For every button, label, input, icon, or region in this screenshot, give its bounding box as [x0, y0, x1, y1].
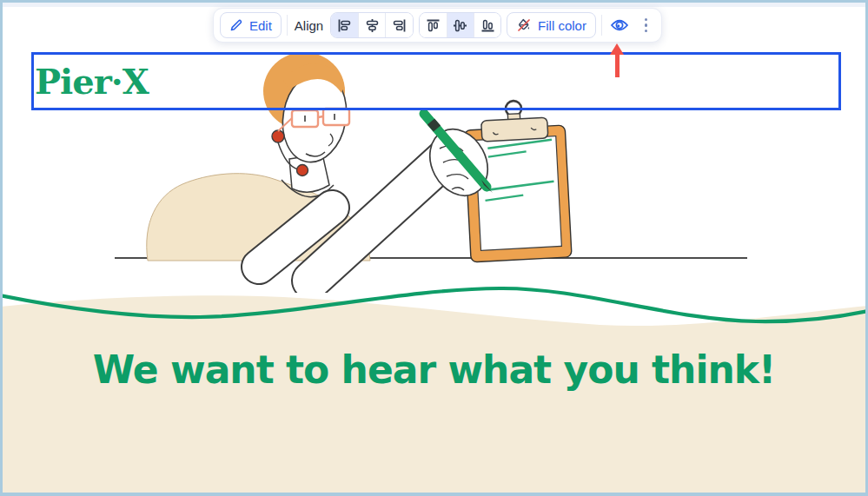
align-left-icon: [337, 18, 352, 33]
align-middle-vertical-icon: [453, 18, 467, 33]
kebab-menu-icon: [645, 18, 648, 33]
toolbar-divider: [287, 15, 288, 36]
more-options-button[interactable]: [637, 12, 655, 38]
align-center-horizontal-icon: [365, 18, 380, 33]
edit-button[interactable]: Edit: [220, 12, 282, 38]
canvas-top-margin: [3, 3, 865, 7]
vertical-align-group: [419, 12, 501, 38]
align-right-button[interactable]: [385, 13, 412, 37]
form-editor-canvas: Edit Align: [0, 0, 868, 496]
pointer-arrow-shaft: [615, 54, 620, 77]
no-fill-color-icon: [516, 17, 532, 33]
headline-text: We want to hear what you think!: [0, 347, 868, 392]
align-top-icon: [426, 18, 441, 33]
element-toolbar: Edit Align: [213, 8, 662, 43]
fill-color-button[interactable]: Fill color: [507, 12, 596, 38]
align-label: Align: [293, 18, 325, 33]
headset-earpiece: [272, 130, 284, 142]
eye-icon: [610, 17, 629, 33]
align-top-button[interactable]: [420, 13, 447, 37]
beige-band: [0, 295, 868, 496]
align-bottom-icon: [480, 18, 495, 33]
align-center-horizontal-button[interactable]: [358, 13, 385, 37]
align-middle-vertical-button[interactable]: [447, 13, 474, 37]
fill-color-button-label: Fill color: [538, 18, 586, 33]
horizontal-align-group: [330, 12, 413, 38]
align-bottom-button[interactable]: [474, 13, 500, 37]
headset-mic: [297, 165, 308, 176]
edit-button-label: Edit: [249, 18, 272, 33]
logo-text: Pier·X: [35, 61, 149, 103]
align-right-icon: [392, 18, 407, 33]
selected-logo-block[interactable]: [31, 52, 841, 110]
toolbar-divider: [601, 15, 602, 36]
pencil-icon: [229, 18, 243, 32]
preview-eye-button[interactable]: [607, 12, 632, 38]
pointer-arrow: [609, 43, 625, 78]
align-left-button[interactable]: [331, 13, 358, 37]
